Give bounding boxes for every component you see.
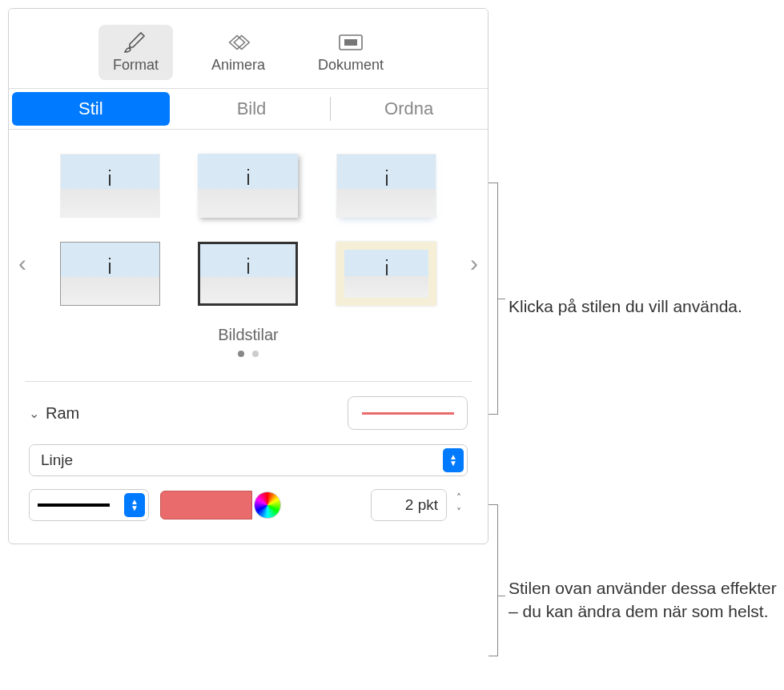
document-tab[interactable]: Dokument bbox=[304, 25, 398, 80]
frame-type-value: Linje bbox=[41, 451, 73, 469]
frame-type-select[interactable]: Linje ▲▼ bbox=[29, 444, 468, 476]
format-tab-label: Format bbox=[113, 57, 159, 74]
frame-section: ⌄ Ram Linje ▲▼ ▲▼ bbox=[9, 382, 488, 544]
animate-tab[interactable]: Animera bbox=[197, 25, 279, 80]
tab-arrange[interactable]: Ordna bbox=[330, 89, 488, 129]
chevron-down-icon: ⌄ bbox=[29, 406, 39, 421]
color-wheel-button[interactable] bbox=[254, 491, 281, 519]
select-arrows-icon: ▲▼ bbox=[124, 493, 145, 517]
frame-header: ⌄ Ram bbox=[29, 396, 468, 430]
format-inspector-panel: Format Animera Dokument Stil Bild Ordna … bbox=[8, 8, 488, 544]
styles-grid bbox=[17, 154, 480, 306]
frame-preview-line bbox=[362, 412, 454, 415]
tab-style[interactable]: Stil bbox=[12, 92, 170, 126]
line-width-input[interactable] bbox=[371, 489, 447, 521]
pagination-dots bbox=[17, 351, 480, 357]
sub-tabs: Stil Bild Ordna bbox=[9, 88, 488, 130]
frame-title: Ram bbox=[46, 404, 79, 423]
animate-tab-label: Animera bbox=[211, 57, 265, 74]
line-width-stepper: ˄ ˅ bbox=[371, 489, 468, 521]
tab-image[interactable]: Bild bbox=[173, 89, 331, 129]
color-swatch-button[interactable] bbox=[160, 491, 252, 520]
styles-prev-button[interactable]: ‹ bbox=[18, 250, 26, 277]
animate-icon bbox=[223, 31, 252, 54]
style-thumb-thin-border[interactable] bbox=[60, 242, 160, 306]
select-arrows-icon: ▲▼ bbox=[443, 448, 464, 472]
style-thumb-frame[interactable] bbox=[336, 242, 436, 306]
callout-bracket-2 bbox=[488, 504, 498, 656]
svg-rect-1 bbox=[344, 39, 357, 46]
callout-bracket-1 bbox=[488, 183, 498, 415]
brush-icon bbox=[121, 31, 150, 54]
document-tab-label: Dokument bbox=[318, 57, 384, 74]
callout-text-1: Klicka på stilen du vill använda. bbox=[509, 295, 773, 318]
styles-section-label: Bildstilar bbox=[17, 326, 480, 344]
color-control bbox=[160, 491, 281, 520]
stepper-up-button[interactable]: ˄ bbox=[450, 491, 468, 505]
page-dot-1[interactable] bbox=[238, 351, 244, 357]
line-style-select[interactable]: ▲▼ bbox=[29, 489, 149, 521]
style-thumb-shadow[interactable] bbox=[198, 154, 298, 218]
image-styles-section: ‹ › Bildstilar bbox=[9, 130, 488, 381]
style-thumb-thick-border[interactable] bbox=[198, 242, 298, 306]
document-icon bbox=[336, 31, 365, 54]
frame-controls-row: ▲▼ ˄ ˅ bbox=[29, 489, 468, 521]
line-sample-icon bbox=[38, 503, 110, 507]
format-tab[interactable]: Format bbox=[99, 25, 173, 80]
callout-text-2: Stilen ovan använder dessa effekter – du… bbox=[509, 576, 781, 624]
style-thumb-reflection[interactable] bbox=[336, 154, 436, 218]
frame-disclosure[interactable]: ⌄ Ram bbox=[29, 404, 79, 423]
stepper-down-button[interactable]: ˅ bbox=[450, 505, 468, 520]
page-dot-2[interactable] bbox=[252, 351, 259, 357]
main-toolbar: Format Animera Dokument bbox=[9, 9, 488, 88]
frame-style-preview-button[interactable] bbox=[348, 396, 468, 430]
style-thumb-plain[interactable] bbox=[60, 154, 160, 218]
styles-next-button[interactable]: › bbox=[470, 250, 478, 277]
